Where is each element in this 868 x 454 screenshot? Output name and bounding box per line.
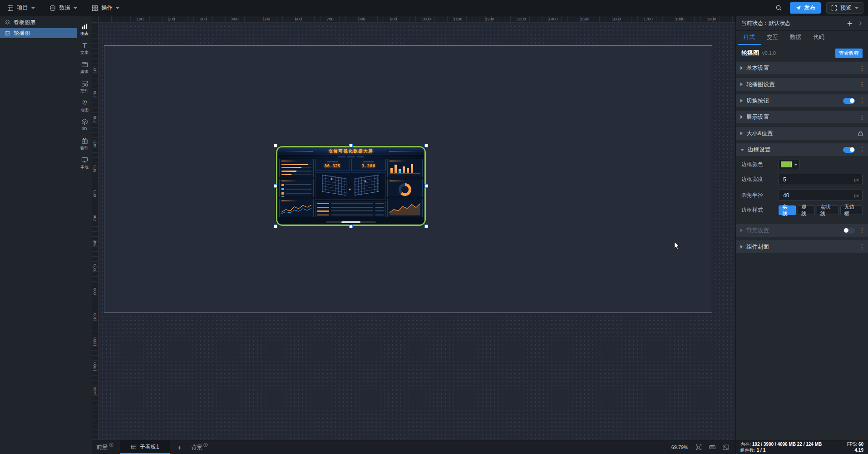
border-style-option[interactable]: 无边框: [840, 205, 863, 215]
ruler-tick-label: 200: [168, 17, 175, 21]
ruler-tick-label: 1800: [675, 17, 684, 21]
toolbox-item-cube[interactable]: 3D: [77, 115, 92, 134]
layers-panel-title: 看板图层: [14, 19, 35, 26]
tab-代码[interactable]: 代码: [807, 31, 830, 45]
border-radius-input[interactable]: [779, 190, 863, 201]
fit-screen-button[interactable]: [694, 442, 704, 452]
kebab-menu-icon[interactable]: ⋮: [859, 64, 863, 72]
border-style-option[interactable]: 点状线: [817, 205, 839, 215]
shortcuts-button[interactable]: [707, 442, 717, 452]
toolbox-item-label: 套件: [80, 146, 89, 150]
search-button[interactable]: [773, 2, 784, 14]
resize-handle-top-right[interactable]: [424, 144, 428, 147]
menu-ops[interactable]: 操作: [84, 0, 127, 16]
toolbox-item-chart[interactable]: 图表: [77, 20, 92, 39]
toolbox-item-label: 3D: [82, 127, 87, 131]
border-radius-label: 圆角半径: [741, 191, 776, 199]
mini-bar-chart: [387, 159, 423, 177]
thumbnail-header: 仓储可视化数据大屏: [277, 147, 424, 155]
tab-数据[interactable]: 数据: [784, 31, 807, 45]
component-count-label: 组件数:: [740, 448, 755, 453]
kebab-menu-icon[interactable]: ⋮: [859, 113, 863, 121]
resize-handle-bottom-left[interactable]: [274, 225, 277, 228]
toolbox-item-kit[interactable]: 套件: [77, 134, 92, 153]
chevron-right-icon: [740, 132, 743, 135]
kebab-menu-icon[interactable]: ⋮: [859, 97, 863, 104]
resize-handle-middle-right[interactable]: [424, 184, 428, 188]
publish-button[interactable]: 发布: [790, 2, 821, 14]
section-toggle[interactable]: [843, 228, 855, 234]
ruler-tick-label: 300: [200, 17, 207, 21]
add-foreground-icon[interactable]: [109, 443, 113, 447]
fps-value: 60: [858, 442, 863, 447]
tab-样式[interactable]: 样式: [738, 31, 761, 45]
section-border[interactable]: 边框设置⋮: [736, 143, 868, 156]
chevron-right-icon: [740, 245, 743, 249]
foreground-layer-button[interactable]: 前景: [92, 444, 118, 451]
console-button[interactable]: [721, 442, 731, 452]
menu-project[interactable]: 项目: [0, 0, 42, 16]
thumbnail-scrollbar: [326, 221, 376, 223]
section-toggle[interactable]: [843, 98, 855, 104]
chevron-right-icon[interactable]: [858, 21, 863, 26]
media-icon: [81, 61, 88, 68]
add-board-button[interactable]: +: [172, 444, 187, 451]
chart-icon: [81, 23, 88, 30]
kebab-menu-icon[interactable]: ⋮: [859, 81, 863, 88]
tab-交互[interactable]: 交互: [761, 31, 784, 45]
border-width-input[interactable]: [779, 174, 863, 185]
top-menus: 项目数据操作: [0, 0, 127, 16]
resize-handle-bottom-middle[interactable]: [349, 225, 353, 228]
thumbnail-title: 仓储可视化数据大屏: [329, 148, 374, 154]
tab-subboard-1[interactable]: 子看板1: [120, 440, 170, 454]
selected-component-carousel[interactable]: 仓储可视化数据大屏: [276, 146, 426, 226]
properties-panel: 当前状态：默认状态 样式交互数据代码 轮播图 v0.1.0 查看教程 基本设置⋮…: [735, 16, 868, 440]
border-color-picker[interactable]: [779, 160, 800, 169]
background-layer-button[interactable]: 背景: [187, 444, 212, 451]
resize-handle-top-middle[interactable]: [349, 144, 353, 147]
tutorial-button[interactable]: 查看教程: [835, 49, 863, 58]
section-carousel[interactable]: 轮播图设置⋮: [736, 78, 868, 91]
chevron-down-icon: [31, 7, 35, 9]
section-toggle[interactable]: [843, 147, 855, 153]
current-state-label: 当前状态：默认状态: [741, 20, 842, 27]
add-background-icon[interactable]: [203, 443, 208, 447]
resize-handle-middle-left[interactable]: [274, 184, 277, 188]
toolbox-item-map[interactable]: 地图: [77, 96, 92, 115]
cube-icon: [81, 118, 88, 125]
border-style-options: 实线虚线点状线无边框: [779, 205, 863, 215]
add-state-icon[interactable]: [847, 20, 853, 27]
canvas[interactable]: 仓储可视化数据大屏: [92, 16, 735, 440]
toolbox-item-widget[interactable]: 控件: [77, 77, 92, 96]
toolbox-item-media[interactable]: 媒体: [77, 58, 92, 77]
border-style-option[interactable]: 实线: [779, 205, 796, 215]
menu-data[interactable]: 数据: [42, 0, 84, 16]
kebab-menu-icon[interactable]: ⋮: [859, 227, 863, 234]
section-size-position[interactable]: 大小&位置: [736, 127, 868, 140]
zoom-level[interactable]: 69.79%: [671, 444, 688, 450]
section-display[interactable]: 展示设置⋮: [736, 111, 868, 123]
kebab-menu-icon[interactable]: ⋮: [859, 146, 863, 153]
component-border[interactable]: 仓储可视化数据大屏: [276, 146, 426, 226]
section-switch-button[interactable]: 切换按钮⋮: [736, 94, 868, 107]
state-row: 当前状态：默认状态: [736, 16, 868, 31]
kebab-menu-icon[interactable]: ⋮: [859, 243, 863, 250]
section-background[interactable]: 背景设置⋮: [736, 224, 868, 237]
resize-handle-bottom-right[interactable]: [424, 225, 428, 228]
ruler-tick-label: 1400: [548, 17, 557, 21]
lock-icon[interactable]: [858, 131, 863, 137]
section-label: 轮播图设置: [746, 81, 775, 88]
preview-button[interactable]: 预览: [826, 2, 863, 14]
section-cover[interactable]: 组件封面⋮: [736, 240, 868, 253]
layer-item[interactable]: 轮播图: [0, 28, 77, 38]
ruler-tick-label: 1900: [707, 17, 716, 21]
border-style-option[interactable]: 虚线: [798, 205, 815, 215]
ruler-tick-label: 900: [93, 260, 97, 275]
ruler-corner: [92, 16, 99, 23]
toolbox-item-local[interactable]: 本地: [77, 153, 92, 172]
thumbnail-center-column: 86.325 3.286: [315, 159, 386, 217]
resize-handle-top-left[interactable]: [274, 144, 277, 147]
toolbox-item-text[interactable]: 文本: [77, 39, 92, 58]
section-basic[interactable]: 基本设置⋮: [736, 62, 868, 74]
board-tab-label: 子看板1: [140, 443, 159, 451]
